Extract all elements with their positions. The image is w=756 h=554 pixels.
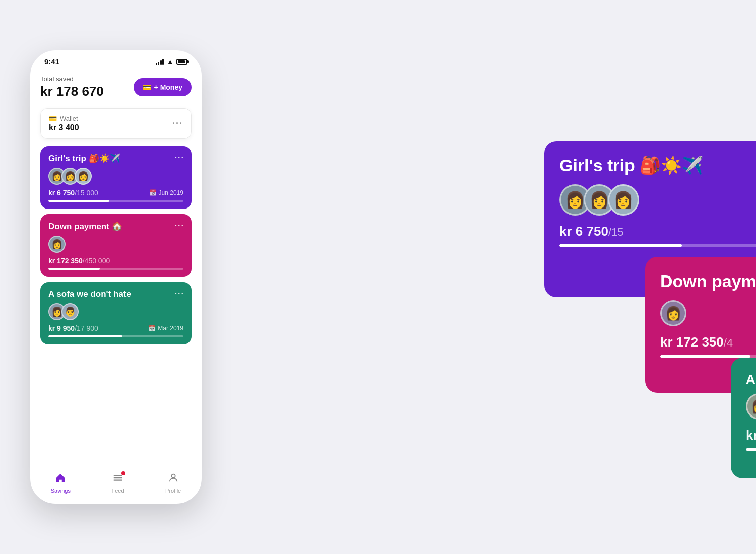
down-payment-bottom: kr 172 350/450 000	[48, 257, 183, 265]
feed-notification-dot	[121, 471, 125, 475]
large-sofa-card[interactable]: ··· A sofa we do 👩 👨 kr 9 950/17 900	[731, 358, 756, 478]
large-sofa-progress-fill	[746, 448, 756, 451]
battery-icon	[176, 59, 187, 65]
header-section: Total saved kr 178 670 💳 + Money	[40, 75, 192, 99]
down-payment-avatars: 👩	[48, 236, 183, 253]
money-btn-label: + Money	[154, 83, 182, 91]
down-payment-progress-fill	[48, 268, 100, 270]
money-btn-icon: 💳	[143, 83, 151, 91]
sofa-progress-fill	[48, 335, 122, 337]
nav-profile[interactable]: Profile	[165, 472, 181, 494]
large-sofa-progress	[746, 448, 756, 451]
avatar: 👨	[61, 303, 79, 320]
down-payment-title: Down payment 🏠	[48, 221, 183, 232]
large-down-payment-avatars: 👩	[660, 300, 756, 326]
wallet-left: 💳 Wallet kr 3 400	[49, 115, 79, 132]
large-girls-trip-title: Girl's trip 🎒☀️✈️	[559, 155, 756, 175]
wallet-menu-dots[interactable]: ···	[172, 118, 183, 129]
wallet-amount: kr 3 400	[49, 123, 79, 132]
large-girls-trip-avatars: 👩 👩 👩	[559, 184, 756, 216]
wallet-label: 💳 Wallet	[49, 115, 79, 122]
large-sofa-title: A sofa we do	[746, 372, 756, 387]
girls-trip-menu-dots[interactable]: ···	[175, 153, 184, 162]
svg-point-3	[171, 474, 175, 478]
nav-savings[interactable]: Savings	[51, 472, 71, 494]
girls-trip-title: Girl's trip 🎒☀️✈️	[48, 153, 183, 164]
sofa-avatars: 👩 👨	[48, 303, 183, 320]
large-girls-trip-amount: kr 6 750/15	[559, 224, 756, 239]
large-avatar: 👩	[660, 300, 686, 326]
large-sofa-avatars: 👩 👨	[746, 393, 756, 420]
avatar: 👩	[75, 168, 92, 185]
down-payment-progress-bar	[48, 268, 183, 270]
feed-icon	[112, 472, 123, 486]
sofa-card[interactable]: ··· A sofa we don't hate 👩 👨 kr 9 950/17…	[40, 282, 192, 344]
status-bar: 9:41 ▲	[30, 50, 202, 70]
down-payment-menu-dots[interactable]: ···	[175, 221, 184, 230]
nav-savings-label: Savings	[51, 488, 71, 494]
girls-trip-date: 📅Jun 2019	[149, 189, 183, 196]
large-girls-trip-progress-fill	[559, 244, 682, 247]
down-payment-card[interactable]: ··· Down payment 🏠 👩 kr 172 350/450 000	[40, 214, 192, 277]
sofa-menu-dots[interactable]: ···	[175, 289, 184, 298]
large-avatar: 👩	[608, 184, 639, 216]
girls-trip-avatars: 👩 👩 👩	[48, 168, 183, 185]
status-time: 9:41	[44, 57, 59, 66]
large-down-payment-progress-fill	[660, 355, 750, 358]
total-saved-section: Total saved kr 178 670	[40, 75, 104, 99]
large-sofa-amount: kr 9 950/17 900	[746, 428, 756, 443]
nav-profile-label: Profile	[165, 488, 181, 494]
sofa-bottom: kr 9 950/17 900 📅Mar 2019	[48, 324, 183, 332]
large-girls-trip-progress	[559, 244, 756, 247]
phone-mockup: 9:41 ▲ Total saved kr 178 670 💳 + Money	[30, 50, 202, 504]
status-icons: ▲	[156, 58, 187, 65]
girls-trip-amount: kr 6 750/15 000	[48, 189, 98, 197]
sofa-progress-bar	[48, 335, 183, 337]
girls-trip-progress-bar	[48, 200, 183, 202]
total-saved-label: Total saved	[40, 75, 104, 83]
girls-trip-card[interactable]: ··· Girl's trip 🎒☀️✈️ 👩 👩 👩 kr 6 750/15 …	[40, 146, 192, 209]
phone-content: Total saved kr 178 670 💳 + Money 💳 Walle…	[30, 70, 202, 467]
cards-showcase: ··· Girl's trip 🎒☀️✈️ 👩 👩 👩 kr 6 750/15 …	[544, 141, 756, 494]
sofa-amount: kr 9 950/17 900	[48, 324, 98, 332]
nav-feed-label: Feed	[111, 488, 124, 494]
signal-bars-icon	[156, 59, 164, 65]
avatar: 👩	[48, 236, 66, 253]
sofa-date: 📅Mar 2019	[148, 325, 183, 332]
wallet-icon: 💳	[49, 115, 57, 122]
down-payment-amount: kr 172 350/450 000	[48, 257, 110, 265]
sofa-title: A sofa we don't hate	[48, 289, 183, 299]
girls-trip-progress-fill	[48, 200, 109, 202]
wallet-card[interactable]: 💳 Wallet kr 3 400 ···	[40, 108, 192, 139]
add-money-button[interactable]: 💳 + Money	[134, 78, 192, 96]
large-down-payment-title: Down payment 🏠	[660, 271, 756, 291]
girls-trip-bottom: kr 6 750/15 000 📅Jun 2019	[48, 189, 183, 197]
wifi-icon: ▲	[167, 58, 173, 65]
bottom-nav: Savings Feed Profile	[30, 467, 202, 504]
large-avatar: 👩	[746, 393, 756, 420]
nav-feed[interactable]: Feed	[111, 472, 124, 494]
large-down-payment-amount: kr 172 350/4	[660, 334, 756, 350]
total-saved-amount: kr 178 670	[40, 84, 104, 99]
home-icon	[55, 472, 66, 486]
profile-icon	[168, 472, 179, 486]
